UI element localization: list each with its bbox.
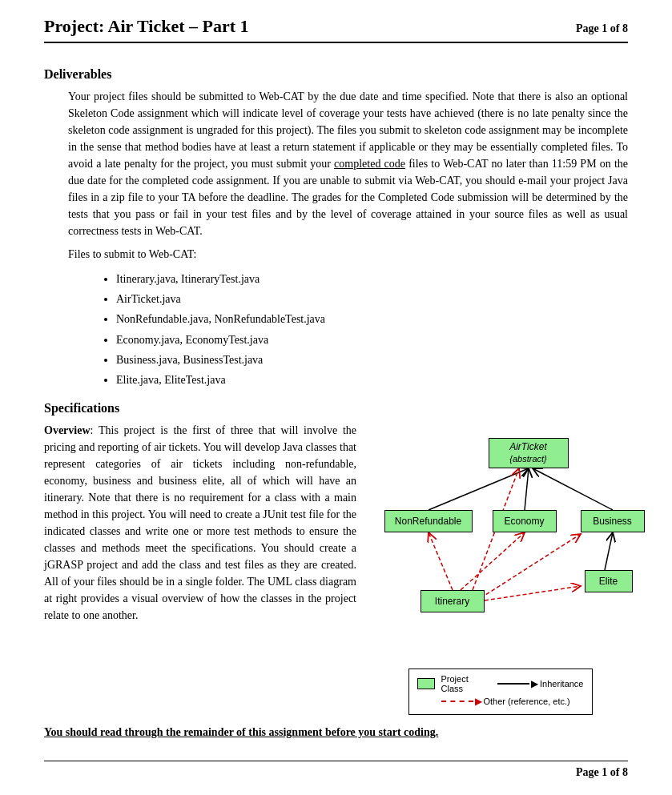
uml-nonrefundable-label: NonRefundable [395, 516, 461, 527]
uml-business: Business [581, 510, 645, 532]
specs-content: Overview: This project is the first of t… [44, 422, 628, 715]
list-item: Elite.java, EliteTest.java [116, 370, 628, 390]
page-title: Project: Air Ticket – Part 1 [44, 16, 249, 37]
completed-code-underline: completed code [334, 158, 405, 170]
list-item: AirTicket.java [116, 289, 628, 309]
legend-project-class-label: Project Class [441, 674, 487, 693]
dashed-line-icon [441, 701, 473, 702]
right-arrow-icon: ▶ [531, 678, 538, 689]
uml-itinerary-label: Itinerary [435, 596, 469, 607]
page-header: Project: Air Ticket – Part 1 Page 1 of 8 [44, 16, 628, 43]
uml-nonrefundable: NonRefundable [384, 510, 473, 532]
specifications-heading: Specifications [44, 401, 628, 416]
files-label: Files to submit to Web-CAT: [68, 246, 628, 263]
uml-elite-label: Elite [599, 576, 618, 587]
svg-line-6 [481, 534, 581, 598]
list-item: NonRefundable.java, NonRefundableTest.ja… [116, 309, 628, 329]
solid-line-icon [497, 683, 529, 685]
uml-legend: Project Class ▶ Inheritance ▶ O [408, 669, 593, 715]
deliverables-body: Your project files should be submitted t… [68, 88, 628, 390]
overview-label: Overview [44, 424, 91, 436]
legend-inheritance-label: Inheritance [540, 679, 583, 689]
note-bold: You should read through the remainder of… [44, 726, 628, 739]
uml-airticket: AirTicket{abstract} [489, 438, 569, 468]
page: Project: Air Ticket – Part 1 Page 1 of 8… [0, 0, 672, 795]
specifications-section: Specifications Overview: This project is… [44, 401, 628, 739]
svg-line-3 [605, 532, 613, 570]
deliverables-section: Deliverables Your project files should b… [44, 67, 628, 390]
legend-other-row: ▶ Other (reference, etc.) [441, 696, 570, 707]
legend-row-class: Project Class ▶ Inheritance [417, 674, 584, 693]
legend-other-label: Other (reference, etc.) [484, 697, 570, 706]
uml-economy: Economy [493, 510, 557, 532]
overview-paragraph: Overview: This project is the first of t… [44, 422, 356, 624]
uml-economy-label: Economy [504, 516, 544, 527]
uml-elite: Elite [585, 570, 633, 592]
dashed-arrow-icon: ▶ [475, 696, 482, 707]
list-item: Itinerary.java, ItineraryTest.java [116, 269, 628, 289]
assignment-note: You should read through the remainder of… [44, 726, 628, 739]
page-footer: Page 1 of 8 [44, 761, 628, 779]
uml-airticket-label: AirTicket{abstract} [509, 441, 547, 466]
content-body: Deliverables Your project files should b… [44, 56, 628, 761]
svg-line-0 [429, 468, 529, 510]
deliverables-heading: Deliverables [44, 67, 628, 82]
uml-diagram: AirTicket{abstract} NonRefundable Econom… [376, 430, 625, 662]
list-item: Economy.java, EconomyTest.java [116, 330, 628, 350]
legend-inheritance-row: ▶ Inheritance [497, 678, 583, 689]
list-item: Business.java, BusinessTest.java [116, 350, 628, 370]
svg-line-4 [429, 532, 453, 590]
svg-line-5 [461, 532, 525, 590]
files-list: Itinerary.java, ItineraryTest.java AirTi… [116, 269, 628, 390]
svg-line-2 [533, 468, 613, 510]
svg-line-1 [525, 468, 529, 510]
specs-text: Overview: This project is the first of t… [44, 422, 356, 715]
uml-itinerary: Itinerary [421, 590, 485, 612]
header-page-number: Page 1 of 8 [576, 22, 628, 35]
deliverables-paragraph1: Your project files should be submitted t… [68, 88, 628, 239]
svg-line-8 [485, 586, 581, 600]
footer-page-number: Page 1 of 8 [576, 766, 628, 778]
uml-business-label: Business [593, 516, 632, 527]
legend-row-other: ▶ Other (reference, etc.) [441, 696, 584, 707]
legend-project-class-box [417, 678, 435, 689]
diagram-area: AirTicket{abstract} NonRefundable Econom… [372, 422, 628, 715]
